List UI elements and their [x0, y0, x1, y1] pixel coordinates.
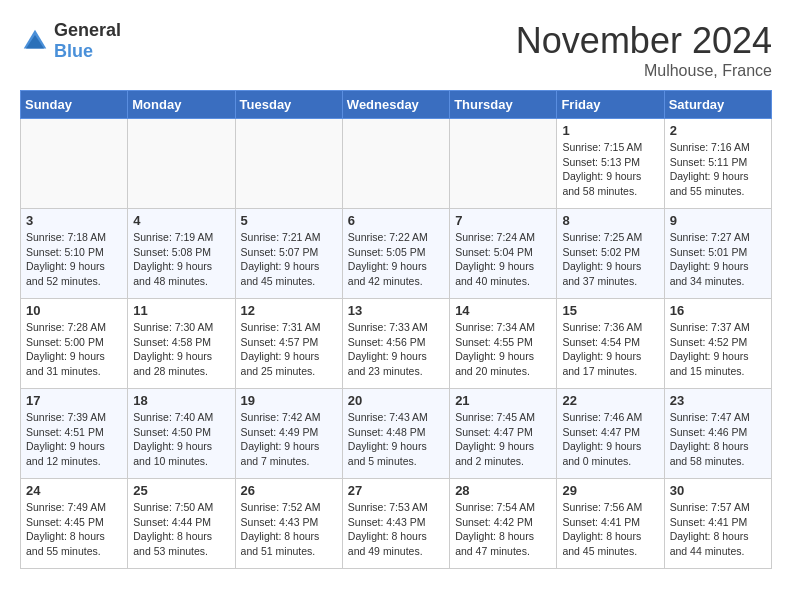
calendar-week-3: 10Sunrise: 7:28 AM Sunset: 5:00 PM Dayli… — [21, 299, 772, 389]
title-section: November 2024 Mulhouse, France — [516, 20, 772, 80]
calendar-cell-w1-d5 — [450, 119, 557, 209]
header-wednesday: Wednesday — [342, 91, 449, 119]
calendar-cell-w1-d2 — [128, 119, 235, 209]
logo: General Blue — [20, 20, 121, 62]
calendar-table: Sunday Monday Tuesday Wednesday Thursday… — [20, 90, 772, 569]
day-number: 21 — [455, 393, 551, 408]
calendar-cell-w3-d5: 14Sunrise: 7:34 AM Sunset: 4:55 PM Dayli… — [450, 299, 557, 389]
header-saturday: Saturday — [664, 91, 771, 119]
day-info: Sunrise: 7:53 AM Sunset: 4:43 PM Dayligh… — [348, 500, 444, 559]
day-info: Sunrise: 7:45 AM Sunset: 4:47 PM Dayligh… — [455, 410, 551, 469]
calendar-cell-w3-d7: 16Sunrise: 7:37 AM Sunset: 4:52 PM Dayli… — [664, 299, 771, 389]
day-number: 22 — [562, 393, 658, 408]
day-number: 16 — [670, 303, 766, 318]
day-info: Sunrise: 7:36 AM Sunset: 4:54 PM Dayligh… — [562, 320, 658, 379]
day-number: 6 — [348, 213, 444, 228]
header-monday: Monday — [128, 91, 235, 119]
day-number: 27 — [348, 483, 444, 498]
day-number: 19 — [241, 393, 337, 408]
calendar-cell-w2-d3: 5Sunrise: 7:21 AM Sunset: 5:07 PM Daylig… — [235, 209, 342, 299]
calendar-cell-w2-d6: 8Sunrise: 7:25 AM Sunset: 5:02 PM Daylig… — [557, 209, 664, 299]
calendar-cell-w3-d3: 12Sunrise: 7:31 AM Sunset: 4:57 PM Dayli… — [235, 299, 342, 389]
calendar-cell-w5-d3: 26Sunrise: 7:52 AM Sunset: 4:43 PM Dayli… — [235, 479, 342, 569]
calendar-cell-w1-d1 — [21, 119, 128, 209]
calendar-cell-w5-d6: 29Sunrise: 7:56 AM Sunset: 4:41 PM Dayli… — [557, 479, 664, 569]
day-info: Sunrise: 7:37 AM Sunset: 4:52 PM Dayligh… — [670, 320, 766, 379]
calendar-cell-w3-d2: 11Sunrise: 7:30 AM Sunset: 4:58 PM Dayli… — [128, 299, 235, 389]
day-info: Sunrise: 7:16 AM Sunset: 5:11 PM Dayligh… — [670, 140, 766, 199]
day-number: 1 — [562, 123, 658, 138]
location: Mulhouse, France — [516, 62, 772, 80]
day-info: Sunrise: 7:50 AM Sunset: 4:44 PM Dayligh… — [133, 500, 229, 559]
calendar-cell-w3-d4: 13Sunrise: 7:33 AM Sunset: 4:56 PM Dayli… — [342, 299, 449, 389]
calendar-cell-w2-d7: 9Sunrise: 7:27 AM Sunset: 5:01 PM Daylig… — [664, 209, 771, 299]
calendar-week-2: 3Sunrise: 7:18 AM Sunset: 5:10 PM Daylig… — [21, 209, 772, 299]
calendar-cell-w2-d5: 7Sunrise: 7:24 AM Sunset: 5:04 PM Daylig… — [450, 209, 557, 299]
calendar-cell-w2-d1: 3Sunrise: 7:18 AM Sunset: 5:10 PM Daylig… — [21, 209, 128, 299]
day-info: Sunrise: 7:47 AM Sunset: 4:46 PM Dayligh… — [670, 410, 766, 469]
day-info: Sunrise: 7:34 AM Sunset: 4:55 PM Dayligh… — [455, 320, 551, 379]
calendar-cell-w4-d6: 22Sunrise: 7:46 AM Sunset: 4:47 PM Dayli… — [557, 389, 664, 479]
calendar-week-4: 17Sunrise: 7:39 AM Sunset: 4:51 PM Dayli… — [21, 389, 772, 479]
calendar-cell-w1-d3 — [235, 119, 342, 209]
calendar-cell-w2-d4: 6Sunrise: 7:22 AM Sunset: 5:05 PM Daylig… — [342, 209, 449, 299]
month-title: November 2024 — [516, 20, 772, 62]
header-friday: Friday — [557, 91, 664, 119]
calendar-cell-w4-d2: 18Sunrise: 7:40 AM Sunset: 4:50 PM Dayli… — [128, 389, 235, 479]
day-info: Sunrise: 7:43 AM Sunset: 4:48 PM Dayligh… — [348, 410, 444, 469]
header-tuesday: Tuesday — [235, 91, 342, 119]
day-info: Sunrise: 7:24 AM Sunset: 5:04 PM Dayligh… — [455, 230, 551, 289]
calendar-cell-w1-d4 — [342, 119, 449, 209]
day-info: Sunrise: 7:15 AM Sunset: 5:13 PM Dayligh… — [562, 140, 658, 199]
day-number: 28 — [455, 483, 551, 498]
day-number: 15 — [562, 303, 658, 318]
day-info: Sunrise: 7:54 AM Sunset: 4:42 PM Dayligh… — [455, 500, 551, 559]
day-number: 2 — [670, 123, 766, 138]
day-info: Sunrise: 7:56 AM Sunset: 4:41 PM Dayligh… — [562, 500, 658, 559]
logo-text: General Blue — [54, 20, 121, 62]
day-number: 20 — [348, 393, 444, 408]
day-number: 23 — [670, 393, 766, 408]
calendar-week-5: 24Sunrise: 7:49 AM Sunset: 4:45 PM Dayli… — [21, 479, 772, 569]
calendar-cell-w2-d2: 4Sunrise: 7:19 AM Sunset: 5:08 PM Daylig… — [128, 209, 235, 299]
calendar-cell-w4-d3: 19Sunrise: 7:42 AM Sunset: 4:49 PM Dayli… — [235, 389, 342, 479]
calendar-cell-w5-d2: 25Sunrise: 7:50 AM Sunset: 4:44 PM Dayli… — [128, 479, 235, 569]
calendar-cell-w3-d6: 15Sunrise: 7:36 AM Sunset: 4:54 PM Dayli… — [557, 299, 664, 389]
logo-general: General — [54, 20, 121, 40]
day-number: 10 — [26, 303, 122, 318]
day-number: 18 — [133, 393, 229, 408]
day-info: Sunrise: 7:21 AM Sunset: 5:07 PM Dayligh… — [241, 230, 337, 289]
header-sunday: Sunday — [21, 91, 128, 119]
day-info: Sunrise: 7:40 AM Sunset: 4:50 PM Dayligh… — [133, 410, 229, 469]
day-info: Sunrise: 7:28 AM Sunset: 5:00 PM Dayligh… — [26, 320, 122, 379]
day-info: Sunrise: 7:22 AM Sunset: 5:05 PM Dayligh… — [348, 230, 444, 289]
day-info: Sunrise: 7:42 AM Sunset: 4:49 PM Dayligh… — [241, 410, 337, 469]
day-number: 24 — [26, 483, 122, 498]
calendar-cell-w5-d4: 27Sunrise: 7:53 AM Sunset: 4:43 PM Dayli… — [342, 479, 449, 569]
calendar-cell-w5-d1: 24Sunrise: 7:49 AM Sunset: 4:45 PM Dayli… — [21, 479, 128, 569]
day-info: Sunrise: 7:25 AM Sunset: 5:02 PM Dayligh… — [562, 230, 658, 289]
calendar-cell-w5-d5: 28Sunrise: 7:54 AM Sunset: 4:42 PM Dayli… — [450, 479, 557, 569]
day-info: Sunrise: 7:33 AM Sunset: 4:56 PM Dayligh… — [348, 320, 444, 379]
header-thursday: Thursday — [450, 91, 557, 119]
logo-blue: Blue — [54, 41, 93, 61]
page-header: General Blue November 2024 Mulhouse, Fra… — [20, 20, 772, 80]
day-info: Sunrise: 7:39 AM Sunset: 4:51 PM Dayligh… — [26, 410, 122, 469]
day-info: Sunrise: 7:27 AM Sunset: 5:01 PM Dayligh… — [670, 230, 766, 289]
day-number: 13 — [348, 303, 444, 318]
calendar-header-row: Sunday Monday Tuesday Wednesday Thursday… — [21, 91, 772, 119]
calendar-cell-w4-d7: 23Sunrise: 7:47 AM Sunset: 4:46 PM Dayli… — [664, 389, 771, 479]
calendar-week-1: 1Sunrise: 7:15 AM Sunset: 5:13 PM Daylig… — [21, 119, 772, 209]
day-info: Sunrise: 7:57 AM Sunset: 4:41 PM Dayligh… — [670, 500, 766, 559]
calendar-cell-w1-d6: 1Sunrise: 7:15 AM Sunset: 5:13 PM Daylig… — [557, 119, 664, 209]
day-info: Sunrise: 7:52 AM Sunset: 4:43 PM Dayligh… — [241, 500, 337, 559]
day-info: Sunrise: 7:19 AM Sunset: 5:08 PM Dayligh… — [133, 230, 229, 289]
day-number: 5 — [241, 213, 337, 228]
day-number: 25 — [133, 483, 229, 498]
calendar-cell-w3-d1: 10Sunrise: 7:28 AM Sunset: 5:00 PM Dayli… — [21, 299, 128, 389]
calendar-cell-w5-d7: 30Sunrise: 7:57 AM Sunset: 4:41 PM Dayli… — [664, 479, 771, 569]
day-number: 26 — [241, 483, 337, 498]
day-number: 12 — [241, 303, 337, 318]
day-info: Sunrise: 7:49 AM Sunset: 4:45 PM Dayligh… — [26, 500, 122, 559]
day-number: 9 — [670, 213, 766, 228]
